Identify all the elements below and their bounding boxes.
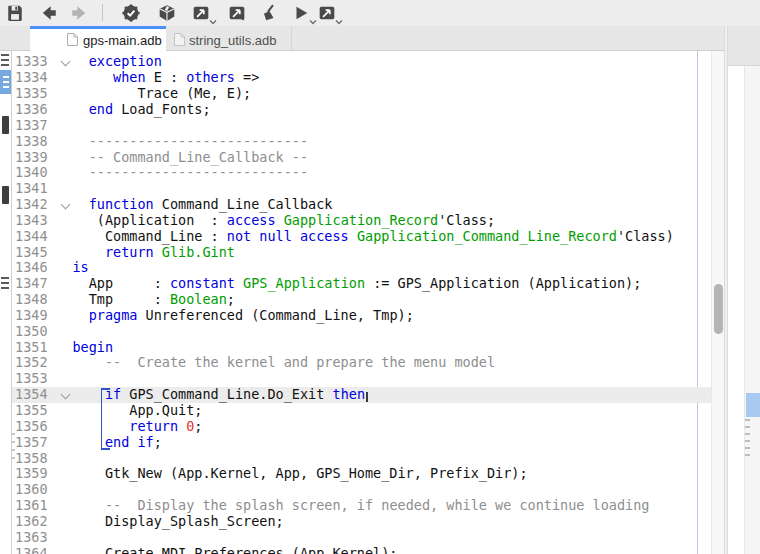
code-text: return Glib.Gint bbox=[48, 245, 235, 261]
code-text: Trace (Me, E); bbox=[48, 86, 251, 102]
code-text: Gtk_New (App.Kernel, App, GPS_Home_Dir, … bbox=[48, 466, 528, 482]
dropdown-chevron-icon[interactable] bbox=[209, 12, 217, 20]
line-number: 1339 bbox=[15, 150, 48, 166]
code-line[interactable]: 1341 bbox=[12, 181, 711, 197]
code-text: if GPS_Command_Line.Do_Exit then bbox=[48, 387, 365, 403]
line-number: 1346 bbox=[15, 260, 48, 276]
line-number: 1349 bbox=[15, 308, 48, 324]
scrollbar-thumb[interactable] bbox=[714, 284, 723, 334]
code-line[interactable]: 1352 -- Create the kernel and prepare th… bbox=[12, 355, 711, 371]
line-number: 1341 bbox=[15, 181, 48, 197]
line-number: 1335 bbox=[15, 86, 48, 102]
code-line[interactable]: 1350 bbox=[12, 324, 711, 340]
code-text: end Load_Fonts; bbox=[48, 102, 211, 118]
code-text: -- Command_Line_Callback -- bbox=[48, 150, 308, 166]
code-text: when E : others => bbox=[48, 70, 259, 86]
line-number: 1362 bbox=[15, 514, 48, 530]
code-line[interactable]: 1345 return Glib.Gint bbox=[12, 245, 711, 261]
code-line[interactable]: 1343 (Application : access Gapplication_… bbox=[12, 213, 711, 229]
line-number: 1336 bbox=[15, 102, 48, 118]
code-line[interactable]: 1347 App : constant GPS_Application := G… bbox=[12, 276, 711, 292]
line-number: 1363 bbox=[15, 530, 48, 546]
play-icon[interactable] bbox=[292, 4, 310, 22]
code-line[interactable]: 1346 is bbox=[12, 260, 711, 276]
clipped-right-pane bbox=[728, 26, 760, 554]
tab-gps-main[interactable]: gps-main.adb bbox=[30, 26, 166, 52]
toolbar bbox=[0, 0, 760, 26]
selected-item-fragment[interactable] bbox=[0, 70, 11, 94]
code-line[interactable]: 1335 Trace (Me, E); bbox=[12, 86, 711, 102]
marker-dash bbox=[745, 433, 750, 435]
line-number: 1360 bbox=[15, 482, 48, 498]
document-icon bbox=[174, 32, 185, 45]
code-line[interactable]: 1356 return 0; bbox=[12, 419, 711, 435]
tab-string-utils[interactable]: string_utils.adb bbox=[166, 26, 292, 50]
code-text: App.Quit; bbox=[48, 403, 202, 419]
code-line[interactable]: 1348 Tmp : Boolean; bbox=[12, 292, 711, 308]
line-number: 1348 bbox=[15, 292, 48, 308]
line-number: 1364 bbox=[15, 546, 48, 554]
marker-dash bbox=[745, 454, 750, 456]
code-text: --------------------------- bbox=[48, 134, 308, 150]
code-line[interactable]: 1338 --------------------------- bbox=[12, 134, 711, 150]
dropdown-chevron-icon[interactable] bbox=[309, 12, 317, 20]
code-line[interactable]: 1337 bbox=[12, 118, 711, 134]
save-icon[interactable] bbox=[6, 4, 24, 22]
code-line[interactable]: 1344 Command_Line : not null access Gapp… bbox=[12, 229, 711, 245]
code-line[interactable]: 1353 bbox=[12, 371, 711, 387]
package-icon[interactable] bbox=[158, 4, 176, 22]
line-number: 1334 bbox=[15, 70, 48, 86]
build-arrow-icon[interactable] bbox=[192, 4, 210, 22]
code-line[interactable]: 1339 -- Command_Line_Callback -- bbox=[12, 150, 711, 166]
code-line[interactable]: 1340 --------------------------- bbox=[12, 165, 711, 181]
panel-item-fragment bbox=[2, 116, 9, 134]
marker-dash bbox=[745, 447, 750, 449]
code-line[interactable]: 1364 Create_MDI_Preferences (App.Kernel)… bbox=[12, 546, 711, 554]
badge-check-icon[interactable] bbox=[122, 4, 140, 22]
code-line[interactable]: 1333 exception bbox=[12, 54, 711, 70]
code-line[interactable]: 1358 bbox=[12, 451, 711, 467]
speed-column-mark bbox=[12, 441, 15, 443]
code-text: --------------------------- bbox=[48, 165, 308, 181]
code-line[interactable]: 1355 App.Quit; bbox=[12, 403, 711, 419]
code-line[interactable]: 1362 Display_Splash_Screen; bbox=[12, 514, 711, 530]
dropdown-chevron-icon[interactable] bbox=[335, 12, 343, 20]
line-number: 1356 bbox=[15, 419, 48, 435]
back-arrow-icon[interactable] bbox=[40, 4, 58, 22]
line-number: 1352 bbox=[15, 355, 48, 371]
code-text: begin bbox=[48, 340, 113, 356]
code-text: Command_Line : not null access Gapplicat… bbox=[48, 229, 674, 245]
code-text: return 0; bbox=[48, 419, 202, 435]
code-line[interactable]: 1363 bbox=[12, 530, 711, 546]
code-line[interactable]: 1357 end if; bbox=[12, 435, 711, 451]
forward-arrow-icon[interactable] bbox=[70, 4, 88, 22]
code-line[interactable]: 1361 -- Display the splash screen, if ne… bbox=[12, 498, 711, 514]
code-line[interactable]: 1354 if GPS_Command_Line.Do_Exit then bbox=[12, 387, 711, 403]
code-line[interactable]: 1360 bbox=[12, 482, 711, 498]
line-number: 1351 bbox=[15, 340, 48, 356]
code-line[interactable]: 1336 end Load_Fonts; bbox=[12, 102, 711, 118]
code-text: Create_MDI_Preferences (App.Kernel); bbox=[48, 546, 398, 554]
code-text: pragma Unreferenced (Command_Line, Tmp); bbox=[48, 308, 414, 324]
build-arrow-icon-2[interactable] bbox=[228, 4, 246, 22]
right-pane-scroll-column[interactable] bbox=[744, 66, 760, 554]
visible-region-marker[interactable] bbox=[746, 393, 760, 417]
build-run-icon[interactable] bbox=[318, 4, 336, 22]
line-number: 1355 bbox=[15, 403, 48, 419]
code-text: Tmp : Boolean; bbox=[48, 292, 235, 308]
code-text: is bbox=[48, 260, 89, 276]
code-line[interactable]: 1334 when E : others => bbox=[12, 70, 711, 86]
line-number: 1333 bbox=[15, 54, 48, 70]
right-pane-header bbox=[728, 26, 760, 66]
code-line[interactable]: 1351 begin bbox=[12, 340, 711, 356]
line-number: 1357 bbox=[15, 435, 48, 451]
code-line[interactable]: 1342 function Command_Line_Callback bbox=[12, 197, 711, 213]
code-line[interactable]: 1349 pragma Unreferenced (Command_Line, … bbox=[12, 308, 711, 324]
code-editor[interactable]: 1332 ----------1333 exception1334 when E… bbox=[12, 51, 711, 554]
line-number: 1344 bbox=[15, 229, 48, 245]
code-text: (Application : access Gapplication_Recor… bbox=[48, 213, 495, 229]
line-number: 1340 bbox=[15, 165, 48, 181]
broom-icon[interactable] bbox=[260, 4, 278, 22]
vertical-scrollbar[interactable] bbox=[711, 51, 724, 554]
code-line[interactable]: 1359 Gtk_New (App.Kernel, App, GPS_Home_… bbox=[12, 466, 711, 482]
